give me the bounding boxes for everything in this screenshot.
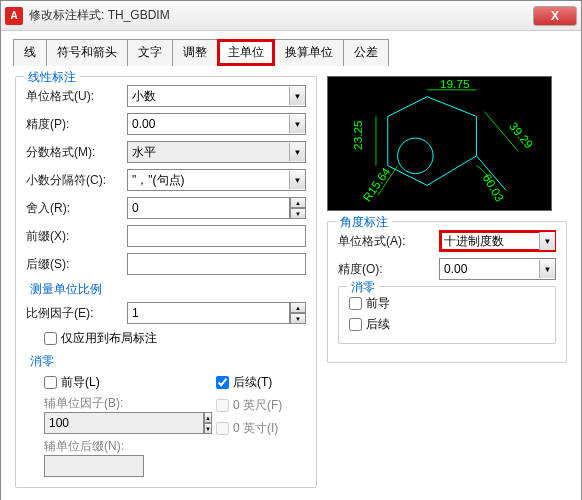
tab-text[interactable]: 文字 <box>127 39 173 66</box>
app-icon: A <box>5 7 23 25</box>
decimal-sep-label: 小数分隔符(C): <box>26 172 121 189</box>
unit-format-label: 单位格式(U): <box>26 88 121 105</box>
tab-strip: 线 符号和箭头 文字 调整 主单位 换算单位 公差 <box>1 31 581 66</box>
aux-spin-up[interactable]: ▲ <box>204 412 212 423</box>
chevron-down-icon: ▼ <box>289 143 305 161</box>
chevron-down-icon: ▼ <box>539 260 555 278</box>
window-title: 修改标注样式: TH_GBDIM <box>29 7 531 24</box>
round-spin-down[interactable]: ▼ <box>290 208 306 219</box>
aux-suffix-label: 辅单位后缀(N): <box>44 438 216 455</box>
fraction-format-select[interactable]: 水平 ▼ <box>127 141 306 163</box>
angle-precision-select[interactable]: 0.00 ▼ <box>439 258 556 280</box>
prefix-input[interactable] <box>127 225 306 247</box>
suffix-label: 后缀(S): <box>26 256 121 273</box>
tab-fit[interactable]: 调整 <box>172 39 218 66</box>
svg-text:R15.64: R15.64 <box>360 165 394 205</box>
feet-checkbox[interactable]: 0 英尺(F) <box>216 397 306 414</box>
angle-format-label: 单位格式(A): <box>338 233 433 250</box>
aux-factor-input[interactable] <box>44 412 204 434</box>
svg-text:23.25: 23.25 <box>351 120 365 150</box>
close-button[interactable]: X <box>533 6 577 26</box>
scale-factor-label: 比例因子(E): <box>26 305 121 322</box>
aux-suffix-input[interactable] <box>44 455 144 477</box>
angle-leading-checkbox[interactable]: 前导 <box>349 295 545 312</box>
titlebar: A 修改标注样式: TH_GBDIM X <box>1 1 581 31</box>
leading-checkbox[interactable]: 前导(L) <box>44 374 216 391</box>
svg-point-0 <box>398 138 433 173</box>
scale-spin-down[interactable]: ▼ <box>290 313 306 324</box>
tab-lines[interactable]: 线 <box>13 39 47 66</box>
fraction-format-label: 分数格式(M): <box>26 144 121 161</box>
tab-primary-units[interactable]: 主单位 <box>217 39 275 66</box>
svg-text:60.03: 60.03 <box>480 172 507 205</box>
inches-checkbox[interactable]: 0 英寸(I) <box>216 420 306 437</box>
angle-format-select[interactable]: 十进制度数 ▼ <box>439 230 556 252</box>
angle-precision-label: 精度(O): <box>338 261 433 278</box>
precision-label: 精度(P): <box>26 116 121 133</box>
chevron-down-icon: ▼ <box>289 171 305 189</box>
prefix-label: 前缀(X): <box>26 228 121 245</box>
zero-group-title: 消零 <box>26 353 306 370</box>
svg-text:39.29: 39.29 <box>506 120 536 152</box>
aux-spin-down[interactable]: ▼ <box>204 423 212 434</box>
angle-group-title: 角度标注 <box>336 214 392 231</box>
precision-select[interactable]: 0.00 ▼ <box>127 113 306 135</box>
chevron-down-icon: ▼ <box>289 87 305 105</box>
angle-group: 角度标注 单位格式(A): 十进制度数 ▼ 精度(O): 0.00 ▼ <box>327 221 567 363</box>
linear-group-title: 线性标注 <box>24 69 80 86</box>
scale-spin-up[interactable]: ▲ <box>290 302 306 313</box>
chevron-down-icon: ▼ <box>539 232 555 250</box>
angle-trailing-checkbox[interactable]: 后续 <box>349 316 545 333</box>
suffix-input[interactable] <box>127 253 306 275</box>
scale-factor-input[interactable] <box>127 302 290 324</box>
dimension-preview: 19.75 23.25 39.29 60.03 R15.64 <box>327 76 552 211</box>
trailing-checkbox[interactable]: 后续(T) <box>216 374 306 391</box>
aux-factor-label: 辅单位因子(B): <box>44 395 216 412</box>
round-label: 舍入(R): <box>26 200 121 217</box>
dialog-window: A 修改标注样式: TH_GBDIM X 线 符号和箭头 文字 调整 主单位 换… <box>0 0 582 500</box>
svg-text:19.75: 19.75 <box>440 77 470 91</box>
angle-zero-title: 消零 <box>347 279 379 296</box>
tab-alt-units[interactable]: 换算单位 <box>274 39 344 66</box>
linear-group: 线性标注 单位格式(U): 小数 ▼ 精度(P): 0.00 ▼ <box>15 76 317 488</box>
scale-group-title: 测量单位比例 <box>26 281 306 298</box>
round-input[interactable] <box>127 197 290 219</box>
layout-only-checkbox[interactable]: 仅应用到布局标注 <box>44 330 306 347</box>
tab-symbols[interactable]: 符号和箭头 <box>46 39 128 66</box>
chevron-down-icon: ▼ <box>289 115 305 133</box>
tab-tolerance[interactable]: 公差 <box>343 39 389 66</box>
unit-format-select[interactable]: 小数 ▼ <box>127 85 306 107</box>
decimal-sep-select[interactable]: "，"(句点) ▼ <box>127 169 306 191</box>
round-spin-up[interactable]: ▲ <box>290 197 306 208</box>
